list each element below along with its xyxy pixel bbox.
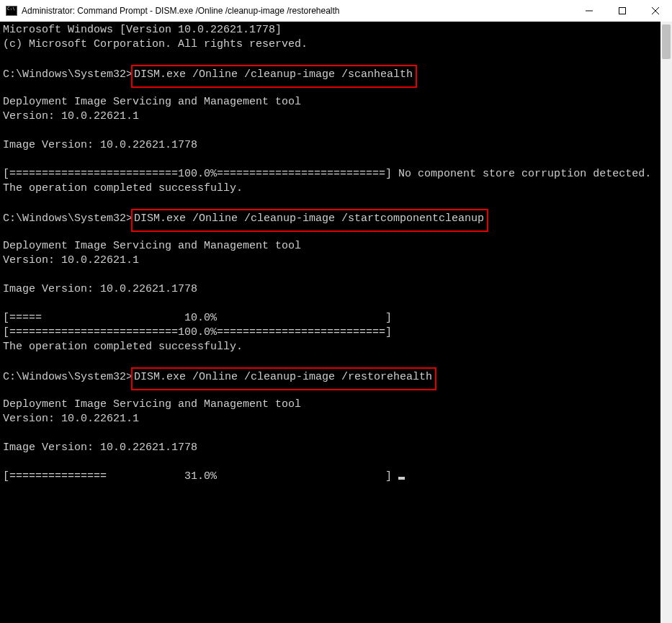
- svg-rect-1: [619, 8, 626, 14]
- line-progress100: [==========================100.0%=======…: [3, 167, 658, 181]
- line-toolname: Deployment Image Servicing and Managemen…: [3, 239, 658, 254]
- line-cmd1: C:\Windows\System32>DISM.exe /Online /cl…: [3, 66, 658, 81]
- line-cmd2: C:\Windows\System32>DISM.exe /Online /cl…: [3, 210, 658, 225]
- line-progress31: [=============== 31.0% ]: [3, 470, 658, 484]
- terminal-output[interactable]: Microsoft Windows [Version 10.0.22621.17…: [0, 22, 660, 623]
- line-cmd3: C:\Windows\System32>DISM.exe /Online /cl…: [3, 369, 658, 383]
- line-complete: The operation completed successfully.: [3, 340, 658, 354]
- line-blank: [3, 124, 658, 138]
- minimize-button[interactable]: [573, 0, 606, 22]
- line-imgver: Image Version: 10.0.22621.1778: [3, 138, 658, 153]
- line-copyright: (c) Microsoft Corporation. All rights re…: [3, 37, 658, 52]
- highlight-box-cmd1: DISM.exe /Online /cleanup-image /scanhea…: [131, 65, 417, 88]
- prompt: C:\Windows\System32>: [3, 212, 133, 225]
- line-toolver: Version: 10.0.22621.1: [3, 254, 658, 268]
- line-toolver: Version: 10.0.22621.1: [3, 109, 658, 124]
- window-controls: [573, 0, 672, 22]
- line-blank: [3, 153, 658, 167]
- line-blank: [3, 196, 658, 210]
- titlebar: Administrator: Command Prompt - DISM.exe…: [0, 0, 672, 22]
- highlight-box-cmd2: DISM.exe /Online /cleanup-image /startco…: [131, 209, 488, 232]
- line-blank: [3, 426, 658, 441]
- cursor: [398, 477, 405, 480]
- maximize-button[interactable]: [606, 0, 639, 22]
- line-complete: The operation completed successfully.: [3, 181, 658, 196]
- line-toolname: Deployment Image Servicing and Managemen…: [3, 398, 658, 412]
- line-progress10: [===== 10.0% ]: [3, 311, 658, 326]
- line-progress100b: [==========================100.0%=======…: [3, 326, 658, 340]
- window-title: Administrator: Command Prompt - DISM.exe…: [22, 6, 573, 16]
- line-imgver: Image Version: 10.0.22621.1778: [3, 282, 658, 297]
- line-blank: [3, 268, 658, 282]
- line-toolver: Version: 10.0.22621.1: [3, 412, 658, 426]
- line-imgver: Image Version: 10.0.22621.1778: [3, 441, 658, 455]
- command-prompt-window: Administrator: Command Prompt - DISM.exe…: [0, 0, 672, 623]
- line-blank: [3, 52, 658, 66]
- vertical-scrollbar[interactable]: [660, 22, 672, 623]
- prompt: C:\Windows\System32>: [3, 371, 133, 383]
- highlight-box-cmd3: DISM.exe /Online /cleanup-image /restore…: [131, 367, 436, 390]
- scroll-thumb[interactable]: [662, 24, 671, 59]
- line-blank: [3, 297, 658, 311]
- prompt: C:\Windows\System32>: [3, 68, 133, 81]
- line-header: Microsoft Windows [Version 10.0.22621.17…: [3, 23, 658, 37]
- terminal-area: Microsoft Windows [Version 10.0.22621.17…: [0, 22, 672, 623]
- cmd-icon: [6, 5, 17, 17]
- line-blank: [3, 354, 658, 369]
- line-blank: [3, 455, 658, 470]
- close-button[interactable]: [639, 0, 672, 22]
- line-toolname: Deployment Image Servicing and Managemen…: [3, 95, 658, 109]
